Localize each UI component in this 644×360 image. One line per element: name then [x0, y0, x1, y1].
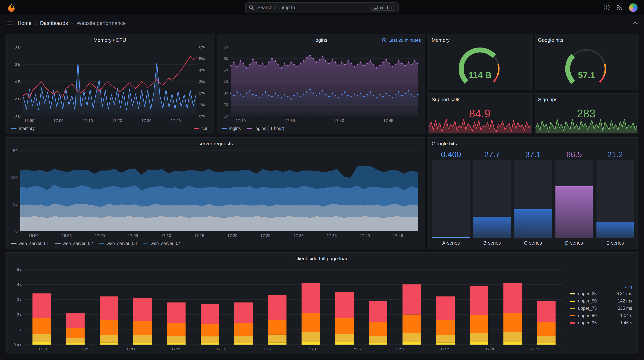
panel-support-calls: Support calls 84.9	[428, 93, 532, 134]
legend-label: memory	[19, 126, 35, 131]
server-requests-chart: 05010015016:5016:5517:0017:0517:1017:151…	[10, 148, 422, 239]
bar-gauge-fill	[474, 216, 510, 238]
svg-text:2%: 2%	[199, 91, 205, 95]
bar-gauge-fill	[514, 209, 552, 238]
legend-avg-value: 535 ms	[618, 306, 632, 310]
menu-toggle-button[interactable]	[6, 20, 13, 26]
news-button[interactable]	[616, 4, 622, 11]
keyboard-icon	[373, 6, 378, 10]
bar-gauge-value: 27.7	[474, 149, 510, 160]
svg-text:8 B: 8 B	[14, 45, 21, 49]
svg-text:?: ?	[606, 6, 608, 10]
legend-item[interactable]: web_server_01	[11, 241, 49, 246]
legend-label: upper_50	[578, 299, 597, 303]
grafana-logo[interactable]	[6, 2, 17, 13]
svg-text:2 s: 2 s	[17, 312, 22, 317]
legend-label: logins (-1 hour)	[254, 126, 284, 131]
bar-gauge-fill	[432, 237, 470, 238]
top-navigation-bar: Search or jump to... cmd+k ?	[0, 0, 644, 15]
panel-google-hits-gauge: Google hits 57.1	[534, 34, 638, 90]
svg-text:70: 70	[224, 45, 228, 49]
help-button[interactable]: ?	[603, 4, 610, 11]
panel-title-sign-ups[interactable]: Sign ups	[535, 96, 638, 104]
legend-item[interactable]: upper_901.04 s	[570, 312, 632, 319]
legend-item[interactable]: web_server_02	[55, 241, 93, 246]
bar-gauge-track	[514, 160, 552, 238]
svg-text:50: 50	[13, 202, 18, 206]
svg-text:0 ms: 0 ms	[14, 342, 22, 347]
bar-gauge-label: D-series	[556, 238, 593, 247]
svg-text:17:30: 17:30	[236, 118, 246, 123]
svg-text:17:00: 17:00	[95, 233, 105, 238]
svg-text:17:35: 17:35	[440, 347, 450, 351]
legend-swatch	[194, 128, 199, 129]
client-load-chart: 0 ms1 s2 s3 s4 s5 s16:5016:5517:0017:051…	[10, 262, 566, 352]
time-range-label: Last 20 minutes	[388, 38, 421, 43]
breadcrumb: Home › Dashboards › Website performance	[18, 20, 126, 26]
legend-item[interactable]: upper_256.81 ms	[570, 290, 632, 297]
legend-item[interactable]: upper_951.46 s	[570, 319, 632, 326]
legend-item[interactable]: logins	[222, 126, 241, 131]
legend-item[interactable]: logins (-1 hour)	[247, 126, 284, 131]
bar-gauge-fill	[556, 186, 593, 238]
svg-text:100: 100	[11, 175, 18, 180]
bar-gauge-label: E-series	[596, 238, 634, 247]
panel-title-google-hits-bars[interactable]: Google hits	[432, 140, 634, 148]
panel-title-client-load[interactable]: client side full page load	[10, 254, 634, 262]
svg-text:16:50: 16:50	[36, 347, 47, 351]
panel-sign-ups: Sign ups 283	[534, 93, 638, 134]
svg-text:16:50: 16:50	[24, 118, 34, 123]
bar-gauge-column: 21.2E-series	[596, 149, 634, 247]
legend-avg-value: 1.04 s	[620, 313, 632, 318]
bar-gauge-label: C-series	[514, 238, 552, 247]
legend-item[interactable]: web_server_04	[143, 241, 181, 246]
bar-gauge-value: 66.5	[556, 149, 593, 160]
panel-title-google-hits[interactable]: Google hits	[538, 36, 634, 44]
search-input[interactable]: Search or jump to... cmd+k	[245, 2, 399, 13]
svg-text:10: 10	[224, 114, 228, 118]
legend-swatch	[99, 243, 104, 244]
panel-title-server-requests[interactable]: server requests	[10, 140, 422, 148]
svg-text:50: 50	[224, 68, 228, 72]
legend-item[interactable]: upper_75535 ms	[570, 304, 632, 312]
legend-item[interactable]: web_server_03	[99, 241, 137, 246]
panel-title-memory-cpu[interactable]: Memory / CPU	[10, 36, 210, 44]
legend-label: cpu	[202, 126, 208, 131]
panel-memory-gauge: Memory 114 B	[428, 34, 532, 90]
legend-item[interactable]: memory	[11, 126, 35, 131]
svg-text:17:10: 17:10	[83, 118, 93, 123]
bar-gauge-fill	[596, 222, 634, 238]
svg-text:16:55: 16:55	[82, 347, 92, 351]
breadcrumb-dashboards[interactable]: Dashboards	[40, 20, 68, 26]
svg-text:17:25: 17:25	[260, 233, 271, 238]
svg-text:5 s: 5 s	[17, 267, 22, 272]
legend-item[interactable]: cpu	[194, 126, 208, 131]
panel-time-range[interactable]: Last 20 minutes	[382, 36, 421, 44]
collapse-header-button[interactable]	[632, 20, 638, 26]
keyboard-shortcut-chip: cmd+k	[370, 4, 395, 10]
bar-gauge-track	[596, 160, 634, 238]
svg-text:0: 0	[15, 229, 18, 233]
legend-label: upper_75	[578, 306, 597, 310]
svg-text:17:35: 17:35	[285, 118, 295, 123]
legend-swatch	[570, 322, 576, 324]
bar-gauge-column: 27.7B-series	[474, 149, 510, 247]
rss-icon	[616, 4, 622, 11]
panel-client-load: client side full page load 0 ms1 s2 s3 s…	[6, 252, 638, 354]
support-calls-sparkline	[429, 116, 531, 134]
legend-swatch	[55, 243, 60, 244]
logins-legend: loginslogins (-1 hour)	[220, 124, 422, 133]
panel-title-support-calls[interactable]: Support calls	[428, 96, 531, 104]
breadcrumb-home[interactable]: Home	[18, 20, 32, 26]
svg-text:17:00: 17:00	[54, 118, 64, 123]
svg-text:1%: 1%	[199, 102, 205, 107]
panel-title-memory[interactable]: Memory	[432, 36, 528, 44]
legend-label: upper_90	[578, 313, 597, 318]
svg-text:6 B: 6 B	[14, 62, 21, 66]
svg-text:57.1: 57.1	[578, 70, 595, 80]
legend-item[interactable]: upper_50142 ms	[570, 297, 632, 304]
svg-text:17:30: 17:30	[142, 118, 152, 123]
search-placeholder: Search or jump to...	[257, 5, 367, 10]
svg-text:17:10: 17:10	[216, 347, 226, 351]
user-avatar[interactable]	[629, 3, 638, 12]
